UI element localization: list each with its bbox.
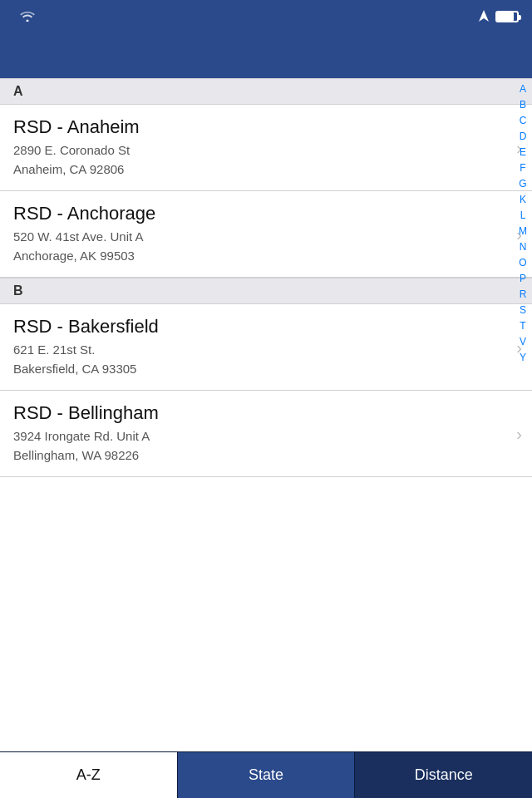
tab-state[interactable]: State xyxy=(178,752,356,798)
alpha-index-v[interactable]: V xyxy=(520,334,526,349)
alpha-index-e[interactable]: E xyxy=(520,145,526,160)
tab-bar: A-ZStateDistance xyxy=(0,751,532,798)
item-address: 2890 E. Coronado StAnaheim, CA 92806 xyxy=(13,141,499,179)
locations-list: ABCDEFGKLMNOPRSTVY A RSD - Anaheim 2890 … xyxy=(0,78,532,751)
alpha-index-g[interactable]: G xyxy=(519,176,526,191)
list-item[interactable]: RSD - Bellingham 3924 Irongate Rd. Unit … xyxy=(0,391,532,477)
tab-a-z[interactable]: A-Z xyxy=(0,752,178,798)
item-name: RSD - Bakersfield xyxy=(13,316,499,337)
item-name: RSD - Bellingham xyxy=(13,402,499,424)
location-icon xyxy=(479,10,489,24)
alpha-index-r[interactable]: R xyxy=(520,287,527,302)
alpha-index-l[interactable]: L xyxy=(520,208,526,223)
wifi-icon xyxy=(20,10,35,24)
alpha-index-n[interactable]: N xyxy=(520,239,527,254)
alpha-index-o[interactable]: O xyxy=(519,255,526,270)
list-item[interactable]: RSD - Anaheim 2890 E. Coronado StAnaheim… xyxy=(0,105,532,191)
list-item[interactable]: RSD - Anchorage 520 W. 41st Ave. Unit AA… xyxy=(0,191,532,278)
alpha-index-t[interactable]: T xyxy=(520,318,525,333)
item-address: 621 E. 21st St.Bakersfield, CA 93305 xyxy=(13,341,499,378)
alpha-index-y[interactable]: Y xyxy=(520,350,526,365)
alpha-index-p[interactable]: P xyxy=(520,271,526,286)
section-header-b: B xyxy=(0,278,532,304)
battery-icon xyxy=(495,11,519,22)
alpha-index-f[interactable]: F xyxy=(520,160,525,175)
status-bar-left xyxy=(13,10,35,24)
item-address: 520 W. 41st Ave. Unit AAnchorage, AK 995… xyxy=(13,228,499,265)
chevron-icon: › xyxy=(516,424,522,443)
item-name: RSD - Anchorage xyxy=(13,203,499,224)
tab-distance[interactable]: Distance xyxy=(355,752,532,798)
item-name: RSD - Anaheim xyxy=(13,116,499,138)
list-item[interactable]: RSD - Bakersfield 621 E. 21st St.Bakersf… xyxy=(0,304,532,391)
status-bar xyxy=(0,0,532,33)
alpha-index-k[interactable]: K xyxy=(520,192,526,207)
alpha-index-a[interactable]: A xyxy=(520,81,526,96)
alpha-index-c[interactable]: C xyxy=(520,113,527,128)
alpha-index[interactable]: ABCDEFGKLMNOPRSTVY xyxy=(514,78,532,368)
svg-marker-0 xyxy=(479,10,489,22)
alpha-index-m[interactable]: M xyxy=(519,224,527,239)
status-bar-right xyxy=(479,10,519,24)
nav-bar xyxy=(0,33,532,78)
item-address: 3924 Irongate Rd. Unit ABellingham, WA 9… xyxy=(13,427,499,465)
alpha-index-d[interactable]: D xyxy=(520,129,527,144)
section-header-a: A xyxy=(0,78,532,105)
alpha-index-s[interactable]: S xyxy=(520,303,526,318)
alpha-index-b[interactable]: B xyxy=(520,97,526,112)
